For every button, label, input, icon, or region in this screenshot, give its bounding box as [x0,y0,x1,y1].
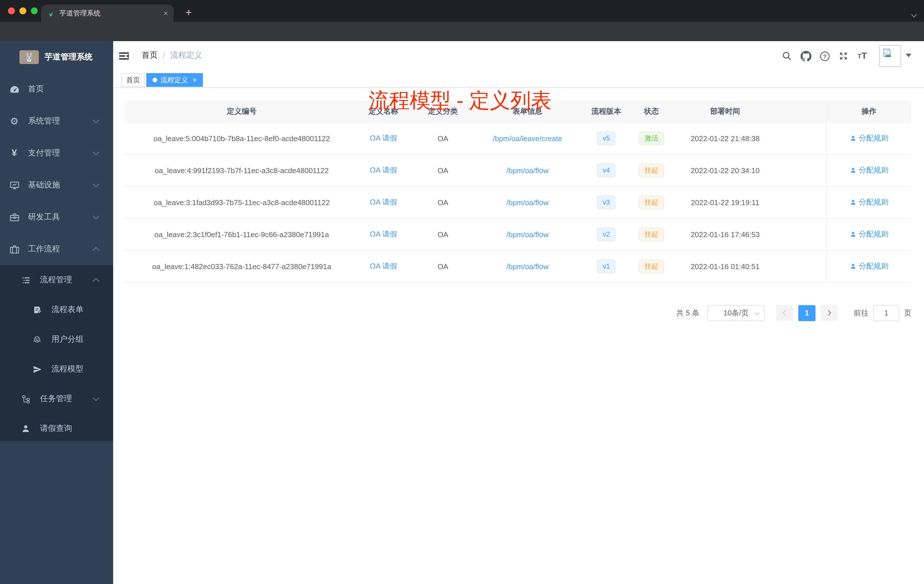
prev-page-button[interactable] [776,305,793,321]
hamburger-icon[interactable] [118,50,130,62]
sidebar-item-process-form[interactable]: 流程表单 [0,295,113,325]
status-badge: 挂起 [639,259,664,273]
cell-id: oa_leave:1:482ec033-762a-11ec-8477-a2380… [125,250,359,282]
tab-search-chevron-icon[interactable] [912,8,916,19]
col-header-status: 状态 [635,101,667,122]
sidebar-item-label: 流程管理 [40,275,72,285]
window-zoom-button[interactable] [31,7,38,14]
help-icon[interactable]: ? [819,50,830,62]
user-icon [850,167,856,174]
user-icon [850,231,856,238]
sidebar-item-workflow[interactable]: 工作流程 [0,233,113,265]
dashboard-icon [8,83,20,95]
browser-tabstrip: 芋道管理系统 × + [0,0,924,22]
definition-name-link[interactable]: OA 请假 [370,230,397,238]
user-icon [850,263,856,270]
sidebar-item-user-group[interactable]: 用户分组 [0,325,113,354]
version-tag[interactable]: v4 [597,163,615,177]
chevron-down-icon [93,181,99,187]
sidebar-item-label: 基础设施 [28,180,60,190]
sidebar-item-label: 用户分组 [51,334,83,345]
github-icon[interactable] [800,50,812,62]
form-icon [31,304,43,315]
assign-rule-label: 分配规则 [859,133,889,144]
sidebar-item-leave-query[interactable]: 请假查询 [0,414,113,444]
sidebar-item-label: 工作流程 [28,244,60,254]
sidebar-item-process-model[interactable]: 流程模型 [0,354,113,384]
version-tag[interactable]: v3 [597,195,615,209]
user-icon [20,423,31,434]
version-tag[interactable]: v2 [597,228,615,241]
assign-rule-button[interactable]: 分配规则 [850,229,889,239]
sidebar-logo[interactable]: 🐰 芋道管理系统 [0,41,113,73]
sidebar-item-task-management[interactable]: 任务管理 [0,384,113,414]
version-tag[interactable]: v1 [597,259,615,273]
sidebar-item-home[interactable]: 首页 [0,73,113,105]
col-header-spacer [783,101,826,122]
tag-label: 流程定义 [160,75,188,85]
cell-deploy-time: 2022-01-16 01:40:51 [667,250,783,282]
chevron-right-icon [825,310,831,316]
robot-icon [31,334,43,345]
tag-close-icon[interactable]: × [193,76,196,84]
sidebar-item-label: 流程表单 [51,305,83,315]
font-size-icon[interactable]: TT [856,50,868,62]
tag-label: 首页 [126,75,140,85]
assign-rule-button[interactable]: 分配规则 [850,133,889,144]
window-minimize-button[interactable] [20,7,26,14]
sidebar-item-infrastructure[interactable]: 基础设施 [0,169,113,201]
assign-rule-button[interactable]: 分配规则 [850,261,889,271]
sidebar-item-label: 任务管理 [40,394,72,404]
user-icon [850,135,856,142]
new-tab-button[interactable]: + [181,5,196,21]
window-close-button[interactable] [8,7,15,14]
cell-spacer [783,154,826,186]
briefcase-icon [8,243,20,255]
annotation-title: 流程模型 - 定义列表 [369,87,551,115]
pagination-total: 共 5 条 [676,308,700,318]
col-header-deploy-time: 部署时间 [667,101,783,122]
sidebar-item-payment[interactable]: ¥ 支付管理 [0,137,113,169]
assign-rule-label: 分配规则 [859,261,889,271]
tag-home[interactable]: 首页 [121,73,145,87]
definition-name-link[interactable]: OA 请假 [370,262,397,270]
breadcrumb-home[interactable]: 首页 [142,50,158,61]
fullscreen-icon[interactable] [838,50,849,62]
form-link[interactable]: /bpm/oa/flow [506,198,548,206]
pagination: 共 5 条 10条/页 1 前往 页 [125,305,911,321]
tag-process-definition[interactable]: 流程定义 × [146,73,203,87]
form-link[interactable]: /bpm/oa/flow [506,262,548,271]
sidebar-item-process-management[interactable]: 流程管理 [0,265,113,295]
sidebar-item-dev-tools[interactable]: 研发工具 [0,201,113,233]
avatar[interactable] [879,45,901,67]
chevron-down-icon [93,394,99,401]
search-icon[interactable] [781,50,792,62]
next-page-button[interactable] [820,305,838,321]
page-number-active[interactable]: 1 [798,305,815,321]
assign-rule-label: 分配规则 [859,229,889,239]
definition-name-link[interactable]: OA 请假 [370,198,397,206]
definition-name-link[interactable]: OA 请假 [370,166,397,174]
screen: 芋道管理系统 × + 不安全 dashboard.yudao.iocoder.c… [0,0,924,584]
page-size-select[interactable]: 10条/页 [708,305,765,321]
table-row: oa_leave:1:482ec033-762a-11ec-8477-a2380… [125,250,911,282]
col-header-actions: 操作 [826,101,911,122]
form-link[interactable]: /bpm/oa/leave/create [493,134,562,143]
assign-rule-button[interactable]: 分配规则 [850,165,889,175]
goto-page-input[interactable] [873,305,899,321]
cell-spacer [783,218,826,250]
svg-text:?: ? [823,53,827,59]
form-link[interactable]: /bpm/oa/flow [506,166,548,175]
version-tag[interactable]: v5 [597,132,615,145]
tab-close-icon[interactable]: × [163,8,168,18]
chevron-down-icon [93,149,99,155]
definition-name-link[interactable]: OA 请假 [370,134,397,142]
browser-tab[interactable]: 芋道管理系统 × [41,5,174,22]
assign-rule-label: 分配规则 [859,165,889,175]
form-link[interactable]: /bpm/oa/flow [506,230,548,239]
cell-category: OA [408,186,478,218]
avatar-dropdown-caret-icon[interactable] [906,54,911,57]
chevron-down-icon [93,213,99,219]
sidebar-item-system[interactable]: ⚙ 系统管理 [0,105,113,137]
assign-rule-button[interactable]: 分配规则 [850,197,889,208]
